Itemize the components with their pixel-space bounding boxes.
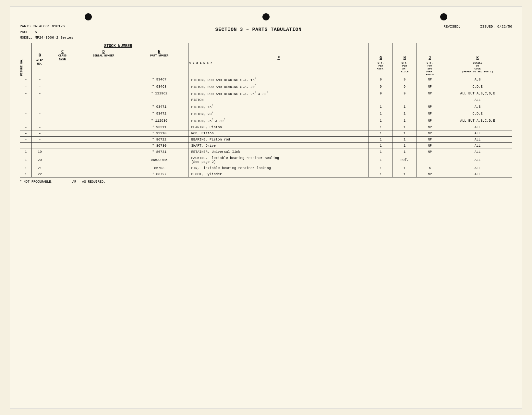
cell-usable: C,D,E bbox=[443, 110, 512, 117]
cell-serial bbox=[77, 171, 130, 177]
dot-left bbox=[85, 13, 92, 20]
cell-qty-overhaul: NP bbox=[417, 171, 443, 177]
cell-serial bbox=[77, 117, 130, 124]
col-num-3: 3 bbox=[196, 62, 198, 65]
cell-serial bbox=[77, 155, 130, 165]
cell-class bbox=[48, 124, 77, 130]
col-k-header: K bbox=[443, 43, 512, 61]
cell-fig: 1 bbox=[20, 155, 32, 165]
cell-desc: BEARING, Piston rod bbox=[188, 136, 369, 142]
cell-serial bbox=[77, 103, 130, 110]
col-e-header: E PART NUMBER bbox=[130, 49, 188, 61]
cell-qty-article: 1 bbox=[393, 103, 417, 110]
col-num-2: 2 bbox=[193, 62, 194, 65]
cell-desc: PIN, Flexiable bearing retainer locking bbox=[188, 165, 369, 171]
cell-fig: – bbox=[20, 83, 32, 90]
cell-desc: BEARING, Piston bbox=[188, 124, 369, 130]
cell-item: – bbox=[31, 130, 48, 136]
cell-part: * 93472 bbox=[130, 110, 188, 117]
cell-qty-assy: 1 bbox=[369, 110, 393, 117]
cell-serial bbox=[77, 130, 130, 136]
col-d-sub: SERIAL NUMBER bbox=[78, 54, 129, 57]
col-g-sub: QTY.PERASSY. bbox=[369, 61, 393, 76]
col-b-letter: B ITEMNO. bbox=[33, 53, 46, 66]
cell-qty-article: 1 bbox=[393, 136, 417, 142]
cell-serial bbox=[77, 124, 130, 130]
cell-fig: – bbox=[20, 136, 32, 142]
cell-item: 19 bbox=[31, 149, 48, 155]
cell-class bbox=[48, 76, 77, 83]
table-row: ––* 86722BEARING, Piston rod11NPALL bbox=[20, 136, 512, 142]
cell-item: – bbox=[31, 142, 48, 149]
cell-qty-article: 1 bbox=[393, 149, 417, 155]
col-num-4: 4 bbox=[200, 62, 201, 65]
cell-serial bbox=[77, 97, 130, 103]
cell-qty-assy: 1 bbox=[369, 130, 393, 136]
issued-block: ISSUED: 6/22/56 bbox=[480, 24, 512, 30]
dot-center bbox=[262, 13, 270, 20]
col-a: FIGURE NO. bbox=[20, 43, 32, 76]
cell-qty-assy: 9 bbox=[369, 90, 393, 97]
cell-desc: RETAINER, Universal link bbox=[188, 149, 369, 155]
cell-usable: ALL bbox=[443, 97, 512, 103]
cell-usable: ALL bbox=[443, 165, 512, 171]
cell-qty-article: 9 bbox=[393, 90, 417, 97]
model-line: MODEL: MF24-3906-2 Series bbox=[20, 35, 73, 41]
cell-desc: ROD, Piston bbox=[188, 130, 369, 136]
cell-qty-article: 1 bbox=[393, 124, 417, 130]
cell-desc: PISTON, 20° bbox=[188, 110, 369, 117]
col-c-spacer bbox=[48, 61, 77, 76]
cell-fig: – bbox=[20, 124, 32, 130]
issued-label: ISSUED: bbox=[480, 25, 495, 29]
cell-class bbox=[48, 165, 77, 171]
cell-usable: ALL bbox=[443, 124, 512, 130]
cell-usable: ALL bbox=[443, 171, 512, 177]
table-row: ––* 93471PISTON, 15°11NPA,B bbox=[20, 103, 512, 110]
cell-usable: C,D,E bbox=[443, 83, 512, 90]
top-dots bbox=[20, 13, 512, 20]
cell-qty-overhaul: NP bbox=[417, 130, 443, 136]
table-row: ––* 93467PISTON, ROD AND BEARING S.A. 15… bbox=[20, 76, 512, 83]
dot-right bbox=[440, 13, 447, 20]
col-j-sub: QTY.FOR100OVER-HAULS bbox=[417, 61, 443, 76]
cell-usable: ALL BUT A,B,C,D,E bbox=[443, 117, 512, 124]
cell-usable: ALL BUT A,B,C,D,E bbox=[443, 90, 512, 97]
table-row: 12186703PIN, Flexiable bearing retainer … bbox=[20, 165, 512, 171]
parts-table: FIGURE NO. B ITEMNO. STOCK NUMBER F bbox=[20, 43, 512, 177]
col-num-7: 7 bbox=[210, 62, 212, 65]
cell-qty-assy: 1 bbox=[369, 155, 393, 165]
cell-fig: – bbox=[20, 117, 32, 124]
cell-fig: – bbox=[20, 142, 32, 149]
cell-qty-overhaul: NP bbox=[417, 149, 443, 155]
cell-part: * 86722 bbox=[130, 136, 188, 142]
figure-no-label: FIGURE NO. bbox=[20, 58, 23, 76]
cell-qty-article: 1 bbox=[393, 130, 417, 136]
col-d-spacer bbox=[77, 61, 130, 76]
issued-value: 6/22/56 bbox=[497, 25, 512, 29]
cell-qty-overhaul: – bbox=[417, 97, 443, 103]
table-row: 122* 86727BLOCK, Cylinder11NPALL bbox=[20, 171, 512, 177]
model-number: MF24-3906-2 Series bbox=[35, 36, 73, 40]
cell-class bbox=[48, 171, 77, 177]
cell-qty-article: 1 bbox=[393, 165, 417, 171]
cell-item: – bbox=[31, 110, 48, 117]
cell-fig: – bbox=[20, 97, 32, 103]
cell-qty-assy: 1 bbox=[369, 165, 393, 171]
revised-issued: REVISED: ISSUED: 6/22/56 bbox=[443, 24, 512, 30]
cell-desc: PISTON, ROD AND BEARING S.A. 15° bbox=[188, 76, 369, 83]
page-number: 5 bbox=[35, 30, 37, 34]
revised-label: REVISED: bbox=[443, 24, 461, 30]
cell-class bbox=[48, 90, 77, 97]
col-header-row: FIGURE NO. B ITEMNO. STOCK NUMBER F bbox=[20, 43, 512, 49]
cell-serial bbox=[77, 149, 130, 155]
cell-desc: PISTON, 25° & 30° bbox=[188, 117, 369, 124]
cell-qty-overhaul: NP bbox=[417, 136, 443, 142]
cell-serial bbox=[77, 83, 130, 90]
cell-part: * 86730 bbox=[130, 142, 188, 149]
col-f-header: F bbox=[188, 43, 369, 61]
cell-qty-overhaul: NP bbox=[417, 110, 443, 117]
cell-qty-assy: 9 bbox=[369, 83, 393, 90]
section-title: SECTION 3 – PARTS TABULATION bbox=[215, 27, 302, 32]
col-e-spacer bbox=[130, 61, 188, 76]
cell-item: – bbox=[31, 97, 48, 103]
